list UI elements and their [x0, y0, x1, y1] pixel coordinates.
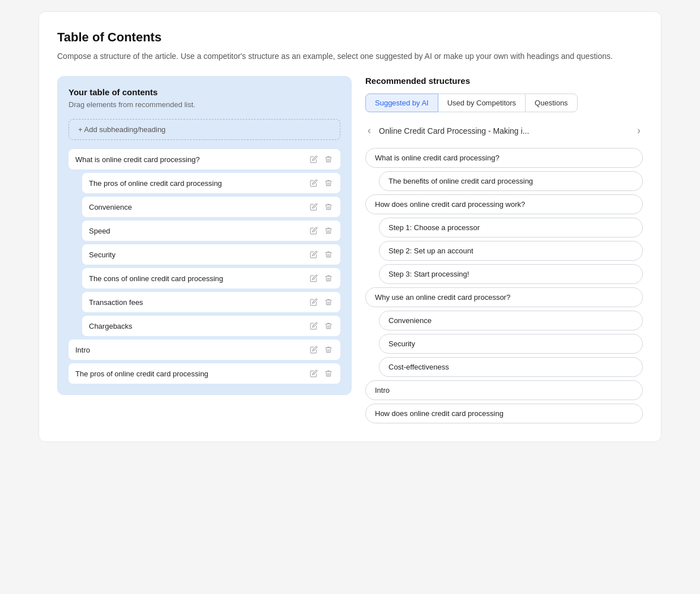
rec-item[interactable]: Security [379, 334, 643, 354]
toc-item-text: Speed [89, 227, 309, 235]
tab-group: Suggested by AIUsed by CompetitorsQuesti… [365, 94, 643, 112]
toc-item-actions [309, 249, 334, 260]
toc-item-actions [309, 297, 334, 307]
toc-item-text: Convenience [89, 203, 309, 211]
toc-item-actions [309, 202, 334, 212]
edit-icon[interactable] [309, 321, 319, 331]
delete-icon[interactable] [323, 297, 334, 307]
delete-icon[interactable] [323, 273, 334, 283]
toc-list: What is online credit card processing?Th… [69, 149, 340, 384]
left-panel: Your table of contents Drag elements fro… [57, 76, 352, 395]
toc-item-text: Security [89, 251, 309, 259]
toc-item: Transaction fees [82, 292, 340, 312]
delete-icon[interactable] [323, 249, 334, 260]
delete-icon[interactable] [323, 368, 334, 379]
delete-icon[interactable] [323, 226, 334, 236]
next-arrow[interactable]: › [635, 122, 643, 139]
toc-item: Convenience [82, 197, 340, 217]
toc-item-actions [309, 178, 334, 188]
rec-item[interactable]: Step 1: Choose a processor [379, 218, 643, 237]
toc-item-text: The pros of online credit card processin… [89, 179, 309, 188]
edit-icon[interactable] [309, 154, 319, 164]
toc-item: The pros of online credit card processin… [82, 173, 340, 193]
toc-item-text: Chargebacks [89, 322, 309, 330]
toc-item-actions [309, 368, 334, 379]
rec-item[interactable]: The benefits of online credit card proce… [379, 171, 643, 191]
edit-icon[interactable] [309, 226, 319, 236]
rec-item[interactable]: How does online credit card processing w… [365, 194, 643, 214]
rec-item[interactable]: What is online credit card processing? [365, 148, 643, 168]
toc-item-text: Transaction fees [89, 298, 309, 307]
edit-icon[interactable] [309, 273, 319, 283]
rec-item[interactable]: How does online credit card processing [365, 404, 643, 423]
toc-item: Security [82, 244, 340, 265]
delete-icon[interactable] [323, 154, 334, 164]
toc-item: Intro [69, 340, 340, 360]
edit-icon[interactable] [309, 297, 319, 307]
rec-item[interactable]: Why use an online credit card processor? [365, 287, 643, 307]
edit-icon[interactable] [309, 202, 319, 212]
toc-item-text: What is online credit card processing? [75, 155, 309, 164]
edit-icon[interactable] [309, 178, 319, 188]
tab-questions[interactable]: Questions [525, 94, 578, 112]
rec-item[interactable]: Step 2: Set up an account [379, 241, 643, 261]
delete-icon[interactable] [323, 178, 334, 188]
delete-icon[interactable] [323, 202, 334, 212]
toc-item-actions [309, 345, 334, 355]
tab-ai[interactable]: Suggested by AI [365, 94, 438, 112]
toc-item-text: The cons of online credit card processin… [89, 274, 309, 283]
toc-item-actions [309, 154, 334, 164]
toc-item-actions [309, 321, 334, 331]
toc-item: What is online credit card processing? [69, 149, 340, 169]
toc-item: Speed [82, 220, 340, 241]
edit-icon[interactable] [309, 249, 319, 260]
delete-icon[interactable] [323, 321, 334, 331]
edit-icon[interactable] [309, 368, 319, 379]
tab-competitors[interactable]: Used by Competitors [438, 94, 526, 112]
toc-item-text: The pros of online credit card processin… [75, 370, 309, 378]
delete-icon[interactable] [323, 345, 334, 355]
toc-item: The cons of online credit card processin… [82, 268, 340, 288]
navigator: ‹ Online Credit Card Processing - Making… [365, 122, 643, 139]
toc-item: The pros of online credit card processin… [69, 363, 340, 384]
page-title: Table of Contents [57, 30, 643, 45]
right-panel-title: Recommended structures [365, 76, 643, 86]
left-panel-title: Your table of contents [69, 87, 340, 97]
right-panel: Recommended structures Suggested by AIUs… [365, 76, 643, 423]
two-column-layout: Your table of contents Drag elements fro… [57, 76, 643, 423]
add-heading-button[interactable]: + Add subheading/heading [69, 119, 340, 140]
page-description: Compose a structure of the article. Use … [57, 50, 643, 62]
nav-title: Online Credit Card Processing - Making i… [379, 126, 629, 135]
toc-item-text: Intro [75, 346, 309, 354]
rec-list: What is online credit card processing?Th… [365, 148, 643, 423]
toc-item: Chargebacks [82, 316, 340, 336]
toc-item-actions [309, 273, 334, 283]
left-panel-subtitle: Drag elements from recommended list. [69, 100, 340, 109]
toc-item-actions [309, 226, 334, 236]
prev-arrow[interactable]: ‹ [365, 122, 373, 139]
rec-item[interactable]: Convenience [379, 311, 643, 330]
main-container: Table of Contents Compose a structure of… [39, 11, 661, 442]
rec-item[interactable]: Cost-effectiveness [379, 357, 643, 377]
rec-item[interactable]: Step 3: Start processing! [379, 264, 643, 284]
edit-icon[interactable] [309, 345, 319, 355]
rec-item[interactable]: Intro [365, 380, 643, 400]
